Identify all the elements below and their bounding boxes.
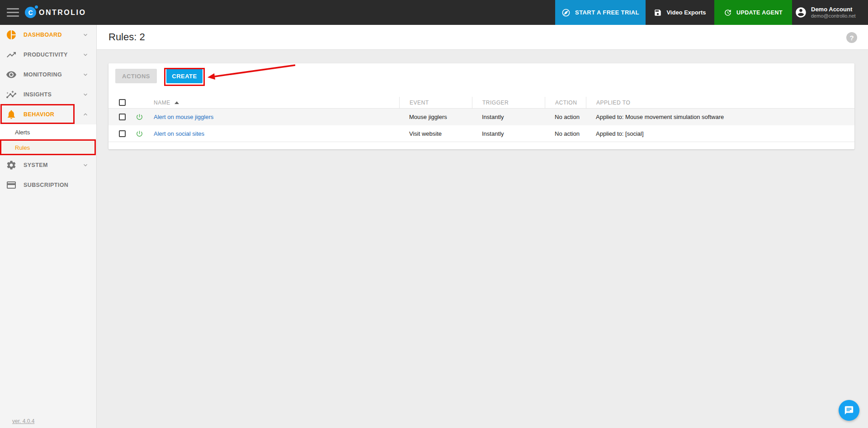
select-all-checkbox[interactable] bbox=[119, 99, 126, 106]
sidebar-item-productivity[interactable]: PRODUCTIVITY bbox=[0, 45, 96, 65]
credit-card-icon bbox=[6, 180, 17, 190]
compass-icon bbox=[561, 8, 571, 17]
rule-trigger: Instantly bbox=[472, 114, 545, 120]
eye-icon bbox=[6, 69, 17, 80]
sidebar-item-system[interactable]: SYSTEM bbox=[0, 155, 96, 175]
topbar: C ONTROLIO START A FREE TRIAL Video Expo… bbox=[0, 0, 868, 25]
controlio-logo: C ONTROLIO bbox=[25, 7, 86, 18]
chevron-down-icon bbox=[82, 162, 89, 168]
logo-mark: C bbox=[25, 7, 36, 18]
power-icon[interactable] bbox=[136, 130, 143, 138]
help-icon[interactable]: ? bbox=[846, 32, 857, 43]
chevron-down-icon bbox=[82, 71, 89, 78]
account-email: demo@controlio.net bbox=[811, 13, 856, 19]
bell-icon bbox=[6, 109, 17, 120]
chevron-down-icon bbox=[82, 32, 89, 38]
rule-action: No action bbox=[545, 130, 586, 137]
video-exports-label: Video Exports bbox=[666, 9, 706, 16]
menu-icon[interactable] bbox=[7, 8, 19, 17]
chevron-down-icon bbox=[82, 52, 89, 58]
page-title: Rules: 2 bbox=[108, 31, 145, 43]
power-icon[interactable] bbox=[136, 113, 143, 121]
topbar-actions: START A FREE TRIAL Video Exports UPDATE … bbox=[555, 0, 868, 25]
account-circle-icon bbox=[795, 6, 807, 19]
rule-name-link[interactable]: Alert on mouse jigglers bbox=[154, 114, 213, 120]
video-exports-button[interactable]: Video Exports bbox=[646, 0, 714, 25]
sidebar-item-rules[interactable]: Rules bbox=[0, 140, 96, 155]
sidebar-item-dashboard[interactable]: DASHBOARD bbox=[0, 25, 96, 45]
update-icon bbox=[724, 9, 732, 17]
sidebar-item-label: DASHBOARD bbox=[24, 32, 82, 38]
column-header-name-label: NAME bbox=[154, 100, 170, 106]
toolbar: ACTIONS CREATE bbox=[108, 63, 854, 83]
create-button[interactable]: CREATE bbox=[166, 69, 203, 83]
sub-item-label: Alerts bbox=[15, 129, 30, 136]
sidebar-item-behavior[interactable]: BEHAVIOR bbox=[0, 105, 96, 124]
chevron-down-icon bbox=[82, 91, 89, 98]
pie-chart-icon bbox=[6, 29, 17, 40]
table-header-row: NAME EVENT TRIGGER ACTION APPLIED TO bbox=[108, 97, 854, 109]
sub-item-label: Rules bbox=[15, 144, 30, 151]
actions-button[interactable]: ACTIONS bbox=[115, 69, 157, 83]
version-link[interactable]: ver. 4.0.4 bbox=[12, 418, 34, 424]
update-agent-button[interactable]: UPDATE AGENT bbox=[714, 0, 792, 25]
gear-icon bbox=[6, 160, 17, 171]
logo-dot bbox=[35, 5, 38, 9]
logo-text: ONTROLIO bbox=[39, 9, 86, 17]
table-row[interactable]: Alert on mouse jigglers Mouse jigglers I… bbox=[108, 109, 854, 125]
rule-event: Mouse jigglers bbox=[399, 114, 472, 120]
sidebar-item-label: PRODUCTIVITY bbox=[24, 52, 82, 58]
sidebar-item-label: MONITORING bbox=[24, 71, 82, 78]
table-row[interactable]: Alert on social sites Visit website Inst… bbox=[108, 125, 854, 142]
sidebar-item-label: SUBSCRIPTION bbox=[24, 182, 96, 188]
rules-table: NAME EVENT TRIGGER ACTION APPLIED TO Ale… bbox=[108, 97, 854, 142]
column-header-trigger[interactable]: TRIGGER bbox=[472, 97, 545, 109]
chat-icon bbox=[844, 405, 854, 415]
page-header: Rules: 2 ? bbox=[97, 25, 868, 50]
row-checkbox[interactable] bbox=[119, 114, 126, 120]
start-free-trial-label: START A FREE TRIAL bbox=[575, 9, 639, 16]
column-header-action[interactable]: ACTION bbox=[545, 97, 586, 109]
sidebar-item-monitoring[interactable]: MONITORING bbox=[0, 65, 96, 85]
chat-fab-button[interactable] bbox=[839, 400, 859, 421]
insights-icon bbox=[6, 89, 17, 100]
sidebar-item-insights[interactable]: INSIGHTS bbox=[0, 85, 96, 105]
sort-ascending-icon bbox=[175, 101, 179, 104]
sidebar-item-label: BEHAVIOR bbox=[24, 111, 82, 118]
main-content: Rules: 2 ? ACTIONS CREATE NAME EVENT TRI… bbox=[97, 25, 868, 428]
rule-name-link[interactable]: Alert on social sites bbox=[154, 130, 204, 137]
trending-up-icon bbox=[6, 49, 17, 60]
rule-trigger: Instantly bbox=[472, 130, 545, 137]
rule-applied-to: Applied to: [social] bbox=[586, 130, 854, 137]
sidebar-item-label: SYSTEM bbox=[24, 162, 82, 168]
update-agent-label: UPDATE AGENT bbox=[736, 10, 783, 16]
rules-card: ACTIONS CREATE NAME EVENT TRIGGER ACTION… bbox=[108, 63, 854, 149]
rule-event: Visit website bbox=[399, 130, 472, 137]
save-icon bbox=[654, 9, 662, 17]
rule-action: No action bbox=[545, 114, 586, 120]
sidebar-item-alerts[interactable]: Alerts bbox=[0, 124, 96, 140]
chevron-up-icon bbox=[82, 111, 89, 118]
account-menu[interactable]: Demo Account demo@controlio.net bbox=[792, 0, 868, 25]
sidebar-item-subscription[interactable]: SUBSCRIPTION bbox=[0, 175, 96, 195]
account-texts: Demo Account demo@controlio.net bbox=[811, 6, 856, 19]
row-checkbox[interactable] bbox=[119, 130, 126, 137]
sidebar: DASHBOARD PRODUCTIVITY MONITORING INSIGH… bbox=[0, 25, 97, 428]
account-name: Demo Account bbox=[811, 6, 856, 13]
behavior-submenu: Alerts Rules bbox=[0, 124, 96, 155]
column-header-applied-to[interactable]: APPLIED TO bbox=[586, 97, 854, 109]
column-header-event[interactable]: EVENT bbox=[399, 97, 472, 109]
start-free-trial-button[interactable]: START A FREE TRIAL bbox=[555, 0, 646, 25]
column-header-name[interactable]: NAME bbox=[151, 100, 399, 106]
rule-applied-to: Applied to: Mouse movement simulation so… bbox=[586, 114, 854, 120]
sidebar-item-label: INSIGHTS bbox=[24, 91, 82, 98]
